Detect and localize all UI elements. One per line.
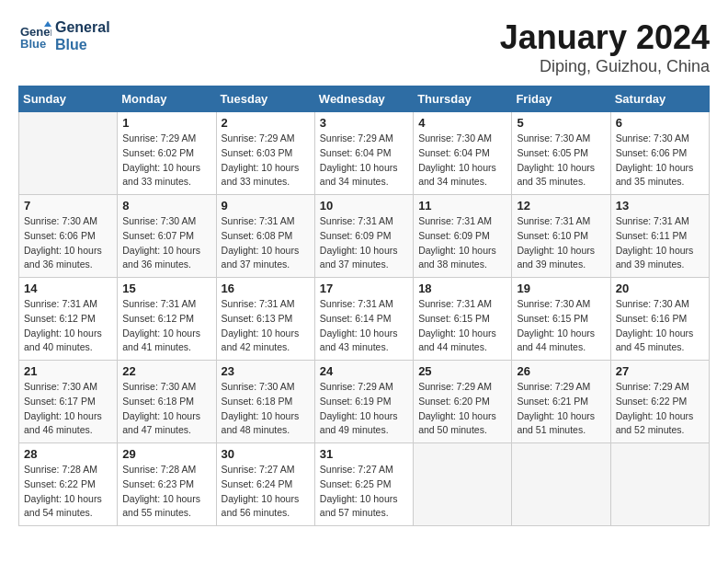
day-info: Sunrise: 7:31 AM Sunset: 6:08 PM Dayligh… <box>222 214 310 272</box>
calendar-cell: 7Sunrise: 7:30 AM Sunset: 6:06 PM Daylig… <box>19 195 118 278</box>
day-info: Sunrise: 7:29 AM Sunset: 6:02 PM Dayligh… <box>122 132 210 190</box>
day-number: 8 <box>122 199 210 213</box>
day-info: Sunrise: 7:30 AM Sunset: 6:06 PM Dayligh… <box>24 214 112 272</box>
svg-text:Blue: Blue <box>20 37 46 51</box>
day-number: 26 <box>517 364 605 378</box>
calendar-cell: 29Sunrise: 7:28 AM Sunset: 6:23 PM Dayli… <box>118 443 216 526</box>
day-number: 5 <box>517 116 605 130</box>
calendar-table: SundayMondayTuesdayWednesdayThursdayFrid… <box>18 86 710 526</box>
calendar-cell <box>414 443 512 526</box>
calendar-header-row: SundayMondayTuesdayWednesdayThursdayFrid… <box>19 86 710 112</box>
day-number: 16 <box>222 282 310 295</box>
day-number: 4 <box>418 116 506 130</box>
calendar-cell: 13Sunrise: 7:31 AM Sunset: 6:11 PM Dayli… <box>610 195 709 278</box>
day-info: Sunrise: 7:30 AM Sunset: 6:05 PM Dayligh… <box>517 132 605 190</box>
calendar-week-row: 21Sunrise: 7:30 AM Sunset: 6:17 PM Dayli… <box>19 361 710 443</box>
day-number: 14 <box>24 282 112 295</box>
calendar-cell: 22Sunrise: 7:30 AM Sunset: 6:18 PM Dayli… <box>118 361 216 443</box>
calendar-cell: 25Sunrise: 7:29 AM Sunset: 6:20 PM Dayli… <box>414 361 512 443</box>
day-number: 13 <box>616 199 704 213</box>
calendar-cell: 9Sunrise: 7:31 AM Sunset: 6:08 PM Daylig… <box>216 195 314 278</box>
day-number: 20 <box>616 282 704 295</box>
location-title: Diping, Guizhou, China <box>500 57 710 76</box>
weekday-header: Wednesday <box>314 86 413 112</box>
calendar-week-row: 7Sunrise: 7:30 AM Sunset: 6:06 PM Daylig… <box>19 195 710 278</box>
calendar-cell: 16Sunrise: 7:31 AM Sunset: 6:13 PM Dayli… <box>216 278 314 361</box>
day-number: 1 <box>122 116 210 130</box>
day-number: 2 <box>222 116 310 130</box>
calendar-cell <box>512 443 610 526</box>
day-info: Sunrise: 7:27 AM Sunset: 6:24 PM Dayligh… <box>222 463 310 521</box>
day-number: 12 <box>517 199 605 213</box>
calendar-cell: 15Sunrise: 7:31 AM Sunset: 6:12 PM Dayli… <box>118 278 216 361</box>
day-info: Sunrise: 7:29 AM Sunset: 6:03 PM Dayligh… <box>222 132 310 190</box>
calendar-cell: 3Sunrise: 7:29 AM Sunset: 6:04 PM Daylig… <box>314 112 413 195</box>
day-info: Sunrise: 7:30 AM Sunset: 6:04 PM Dayligh… <box>418 132 506 190</box>
day-number: 7 <box>24 199 112 213</box>
calendar-cell <box>19 112 118 195</box>
day-number: 22 <box>122 364 210 378</box>
calendar-cell: 24Sunrise: 7:29 AM Sunset: 6:19 PM Dayli… <box>314 361 413 443</box>
logo-icon: General Blue <box>18 19 51 52</box>
day-info: Sunrise: 7:28 AM Sunset: 6:22 PM Dayligh… <box>24 463 112 521</box>
weekday-header: Thursday <box>414 86 512 112</box>
day-number: 28 <box>24 447 112 461</box>
logo: General Blue General Blue <box>18 18 110 53</box>
day-info: Sunrise: 7:30 AM Sunset: 6:07 PM Dayligh… <box>122 214 210 272</box>
day-number: 24 <box>320 364 408 378</box>
calendar-cell: 19Sunrise: 7:30 AM Sunset: 6:15 PM Dayli… <box>512 278 610 361</box>
day-number: 25 <box>418 364 506 378</box>
day-info: Sunrise: 7:31 AM Sunset: 6:15 PM Dayligh… <box>418 297 506 355</box>
calendar-cell: 26Sunrise: 7:29 AM Sunset: 6:21 PM Dayli… <box>512 361 610 443</box>
day-info: Sunrise: 7:31 AM Sunset: 6:09 PM Dayligh… <box>320 214 408 272</box>
svg-marker-2 <box>44 21 51 27</box>
day-info: Sunrise: 7:31 AM Sunset: 6:13 PM Dayligh… <box>222 297 310 355</box>
weekday-header: Friday <box>512 86 610 112</box>
day-info: Sunrise: 7:28 AM Sunset: 6:23 PM Dayligh… <box>122 463 210 521</box>
calendar-cell: 21Sunrise: 7:30 AM Sunset: 6:17 PM Dayli… <box>19 361 118 443</box>
day-number: 15 <box>122 282 210 295</box>
calendar-cell: 12Sunrise: 7:31 AM Sunset: 6:10 PM Dayli… <box>512 195 610 278</box>
weekday-header: Sunday <box>19 86 118 112</box>
calendar-cell: 11Sunrise: 7:31 AM Sunset: 6:09 PM Dayli… <box>414 195 512 278</box>
logo-blue: Blue <box>55 37 87 52</box>
logo-general: General <box>55 19 110 35</box>
day-info: Sunrise: 7:30 AM Sunset: 6:16 PM Dayligh… <box>616 297 704 355</box>
calendar-cell: 14Sunrise: 7:31 AM Sunset: 6:12 PM Dayli… <box>19 278 118 361</box>
day-info: Sunrise: 7:30 AM Sunset: 6:17 PM Dayligh… <box>24 380 112 438</box>
day-info: Sunrise: 7:31 AM Sunset: 6:11 PM Dayligh… <box>616 214 704 272</box>
day-number: 30 <box>222 447 310 461</box>
day-number: 31 <box>320 447 408 461</box>
day-info: Sunrise: 7:30 AM Sunset: 6:06 PM Dayligh… <box>616 132 704 190</box>
calendar-cell: 23Sunrise: 7:30 AM Sunset: 6:18 PM Dayli… <box>216 361 314 443</box>
day-info: Sunrise: 7:30 AM Sunset: 6:18 PM Dayligh… <box>122 380 210 438</box>
day-info: Sunrise: 7:29 AM Sunset: 6:22 PM Dayligh… <box>616 380 704 438</box>
month-title: January 2024 <box>500 18 710 57</box>
day-info: Sunrise: 7:29 AM Sunset: 6:20 PM Dayligh… <box>418 380 506 438</box>
calendar-cell: 17Sunrise: 7:31 AM Sunset: 6:14 PM Dayli… <box>314 278 413 361</box>
weekday-header: Tuesday <box>216 86 314 112</box>
page-header: General Blue General Blue January 2024 D… <box>18 18 710 76</box>
day-number: 29 <box>122 447 210 461</box>
calendar-cell: 18Sunrise: 7:31 AM Sunset: 6:15 PM Dayli… <box>414 278 512 361</box>
day-info: Sunrise: 7:29 AM Sunset: 6:04 PM Dayligh… <box>320 132 408 190</box>
day-number: 9 <box>222 199 310 213</box>
calendar-cell: 27Sunrise: 7:29 AM Sunset: 6:22 PM Dayli… <box>610 361 709 443</box>
calendar-cell: 20Sunrise: 7:30 AM Sunset: 6:16 PM Dayli… <box>610 278 709 361</box>
title-section: January 2024 Diping, Guizhou, China <box>500 18 710 76</box>
day-number: 23 <box>222 364 310 378</box>
calendar-cell: 6Sunrise: 7:30 AM Sunset: 6:06 PM Daylig… <box>610 112 709 195</box>
calendar-cell: 28Sunrise: 7:28 AM Sunset: 6:22 PM Dayli… <box>19 443 118 526</box>
day-info: Sunrise: 7:27 AM Sunset: 6:25 PM Dayligh… <box>320 463 408 521</box>
day-number: 27 <box>616 364 704 378</box>
day-info: Sunrise: 7:31 AM Sunset: 6:14 PM Dayligh… <box>320 297 408 355</box>
calendar-cell: 30Sunrise: 7:27 AM Sunset: 6:24 PM Dayli… <box>216 443 314 526</box>
day-number: 10 <box>320 199 408 213</box>
calendar-cell: 2Sunrise: 7:29 AM Sunset: 6:03 PM Daylig… <box>216 112 314 195</box>
weekday-header: Saturday <box>610 86 709 112</box>
weekday-header: Monday <box>118 86 216 112</box>
day-info: Sunrise: 7:31 AM Sunset: 6:09 PM Dayligh… <box>418 214 506 272</box>
day-info: Sunrise: 7:31 AM Sunset: 6:12 PM Dayligh… <box>24 297 112 355</box>
calendar-cell: 31Sunrise: 7:27 AM Sunset: 6:25 PM Dayli… <box>314 443 413 526</box>
calendar-cell: 8Sunrise: 7:30 AM Sunset: 6:07 PM Daylig… <box>118 195 216 278</box>
